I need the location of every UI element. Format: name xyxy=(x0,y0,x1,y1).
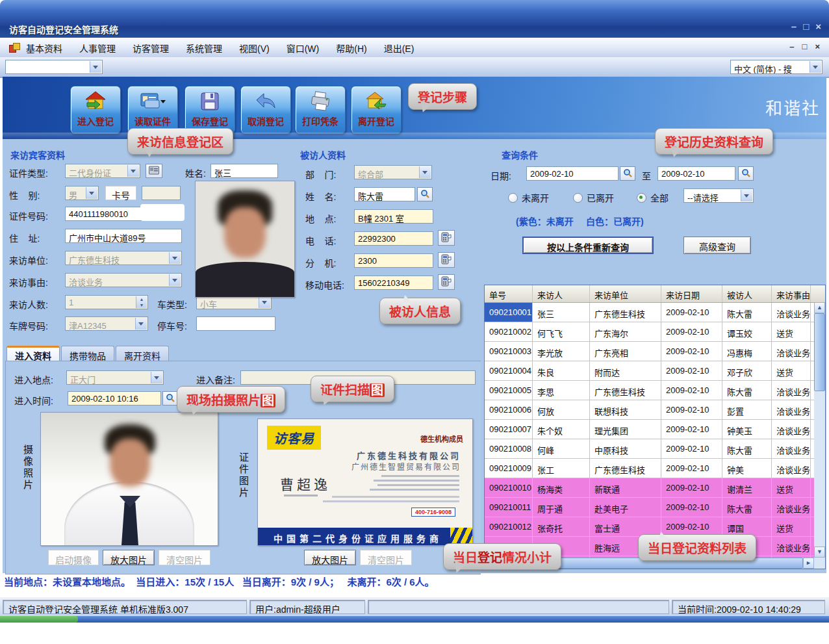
menu-basic-data[interactable]: 基本资料 xyxy=(26,42,62,55)
table-cell[interactable]: 陈大雷 xyxy=(722,439,772,458)
chevron-down-icon[interactable] xyxy=(90,61,101,73)
vertical-scrollbar[interactable]: ▲ ▼ xyxy=(814,302,825,558)
mobile-input[interactable]: 15602210349 xyxy=(354,276,433,290)
date-from-picker-button[interactable] xyxy=(620,166,635,181)
dial-ext-button[interactable] xyxy=(438,252,455,268)
start-camera-button[interactable]: 启动摄像 xyxy=(48,550,99,565)
table-cell[interactable]: 送货 xyxy=(772,361,811,380)
chevron-down-icon[interactable] xyxy=(741,190,752,201)
visit-company-combo[interactable]: 广东德生科技 xyxy=(65,251,182,265)
table-cell[interactable]: 090210009 xyxy=(485,459,533,478)
mdi-restore-icon[interactable]: □ xyxy=(802,42,808,51)
plate-combo[interactable]: 津A12345 xyxy=(65,316,148,331)
quick-select-combo[interactable] xyxy=(5,60,103,74)
table-cell[interactable]: 2009-02-10 xyxy=(661,459,722,478)
table-cell[interactable]: 陈大雷 xyxy=(722,381,772,400)
table-cell[interactable]: 钟美玉 xyxy=(722,420,772,439)
table-cell[interactable]: 送货 xyxy=(772,322,811,341)
table-cell[interactable]: 何峰 xyxy=(533,439,590,458)
table-cell[interactable]: 广东德生科技 xyxy=(590,381,661,400)
ext-input[interactable]: 2300 xyxy=(354,253,433,268)
phone-input[interactable]: 22992300 xyxy=(354,231,433,246)
language-combo[interactable]: 中文 (简体) - 搜 xyxy=(730,60,823,74)
table-cell[interactable]: 张工 xyxy=(533,459,590,478)
table-cell[interactable]: 2009-02-10 xyxy=(661,342,722,361)
chevron-down-icon[interactable] xyxy=(810,61,821,73)
clear-photo-button[interactable]: 清空图片 xyxy=(159,550,210,565)
table-cell[interactable]: 广东德生科技 xyxy=(590,459,661,478)
card-no-input[interactable] xyxy=(142,186,181,200)
table-cell[interactable]: 广东亮相 xyxy=(590,342,661,361)
radio-not-left[interactable]: 未离开 xyxy=(508,191,549,204)
chevron-down-icon[interactable] xyxy=(419,166,431,178)
table-cell[interactable]: 090210011 xyxy=(485,498,533,517)
read-card-button[interactable]: 读取证件 xyxy=(127,86,178,134)
table-cell[interactable]: 090210001 xyxy=(485,303,533,322)
menu-system[interactable]: 系统管理 xyxy=(186,42,222,55)
column-header[interactable]: 来访单位 xyxy=(590,285,661,302)
dial-phone-button[interactable] xyxy=(438,230,455,246)
column-header[interactable]: 来访人 xyxy=(533,285,590,302)
table-cell[interactable]: 张奇托 xyxy=(533,517,590,536)
radio-selected-icon[interactable] xyxy=(637,193,646,203)
table-cell[interactable]: 2009-02-10 xyxy=(661,420,722,439)
zoom-card-button[interactable]: 放大图片 xyxy=(304,550,356,565)
table-cell[interactable]: 邓子欣 xyxy=(722,361,772,380)
table-cell[interactable]: 钟美 xyxy=(722,459,772,478)
read-id-card-button[interactable] xyxy=(146,164,162,178)
date-from-input[interactable]: 2009-02-10 xyxy=(526,166,619,181)
table-cell[interactable]: 090210002 xyxy=(485,322,533,341)
table-cell[interactable]: 彭置 xyxy=(722,400,772,419)
table-row[interactable]: 090210003李光放广东亮相2009-02-10冯惠梅洽谈业务 xyxy=(485,342,825,361)
spinner-arrows-icon[interactable]: ▲▼ xyxy=(136,296,147,308)
visitor-count-stepper[interactable]: 1▲▼ xyxy=(65,295,148,309)
table-row[interactable]: 090210007朱个奴理光集团2009-02-10钟美玉洽谈业务 xyxy=(485,420,825,439)
table-cell[interactable]: 2009-02-10 xyxy=(661,478,722,497)
table-cell[interactable]: 陈大雷 xyxy=(722,303,772,322)
visit-reason-combo[interactable]: 洽谈业务 xyxy=(65,273,182,287)
table-cell[interactable]: 联想科技 xyxy=(590,400,661,419)
radio-icon[interactable] xyxy=(508,193,518,203)
table-cell[interactable]: 洽谈业务 xyxy=(772,537,811,556)
table-cell[interactable]: 洽谈业务 xyxy=(772,498,811,517)
table-cell[interactable]: 2009-02-10 xyxy=(661,498,722,517)
table-cell[interactable]: 送货 xyxy=(772,517,811,536)
radio-icon[interactable] xyxy=(573,193,583,203)
table-cell[interactable]: 周于通 xyxy=(533,498,590,517)
address-input[interactable]: 广州市中山大道89号 xyxy=(65,229,182,243)
scroll-down-icon[interactable]: ▼ xyxy=(814,547,825,558)
visitor-name-input[interactable]: 张三 xyxy=(210,164,278,178)
table-cell[interactable]: 090210006 xyxy=(485,400,533,419)
table-cell[interactable]: 广东海尔 xyxy=(590,322,661,341)
table-cell[interactable]: 2009-02-10 xyxy=(661,381,722,400)
column-header[interactable]: 被访人 xyxy=(722,285,772,302)
table-cell[interactable]: 洽谈业务 xyxy=(772,381,811,400)
tab-entry-info[interactable]: 进入资料 xyxy=(6,346,60,361)
scrollbar-thumb[interactable] xyxy=(814,313,825,391)
table-cell[interactable]: 何飞飞 xyxy=(533,322,590,341)
scroll-right-icon[interactable]: ► xyxy=(803,558,814,569)
menu-window[interactable]: 窗口(W) xyxy=(287,42,320,55)
table-cell[interactable]: 洽谈业务 xyxy=(772,400,811,419)
table-cell[interactable]: 洽谈业务 xyxy=(772,303,811,322)
table-cell[interactable]: 广东德生科技 xyxy=(590,303,661,322)
table-row[interactable]: 090210001张三广东德生科技2009-02-10陈大雷洽谈业务 xyxy=(485,303,825,322)
enter-register-button[interactable]: 进入登记 xyxy=(70,86,121,134)
table-cell[interactable]: 中原科技 xyxy=(590,439,661,458)
table-cell[interactable]: 2009-02-10 xyxy=(661,322,722,341)
table-row[interactable]: 090210005李思广东德生科技2009-02-10陈大雷洽谈业务 xyxy=(485,381,825,400)
menu-view[interactable]: 视图(V) xyxy=(239,42,270,55)
table-cell[interactable]: 陈大雷 xyxy=(722,498,772,517)
chevron-down-icon[interactable] xyxy=(135,318,147,329)
table-cell[interactable]: 理光集团 xyxy=(590,420,661,439)
leave-register-button[interactable]: 离开登记 xyxy=(351,86,402,134)
table-cell[interactable]: 附而达 xyxy=(590,361,661,380)
table-cell[interactable]: 送货 xyxy=(772,478,811,497)
table-cell[interactable]: 赴美电子 xyxy=(590,498,661,517)
table-cell[interactable]: 洽谈业务 xyxy=(772,459,811,478)
card-no-button[interactable]: 卡号 xyxy=(105,186,136,200)
column-header[interactable]: 来访日期 xyxy=(661,285,722,302)
column-header[interactable]: 单号 xyxy=(485,285,533,302)
dept-combo[interactable]: 综合部 xyxy=(354,165,432,179)
table-row[interactable]: 090210004朱良附而达2009-02-10邓子欣送货 xyxy=(485,361,825,381)
